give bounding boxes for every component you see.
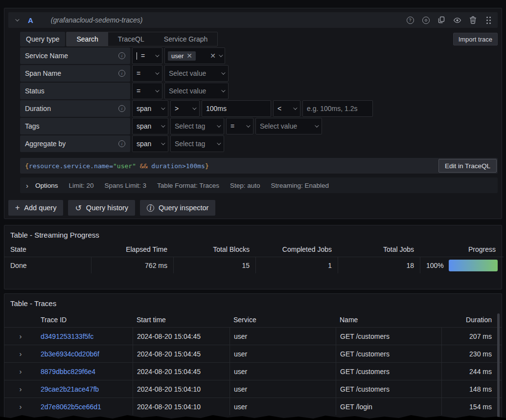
cell-name: GET /customers bbox=[336, 327, 441, 345]
info-icon[interactable]: i bbox=[118, 70, 125, 77]
column-header-start-time[interactable]: Start time bbox=[133, 312, 230, 327]
eye-icon[interactable] bbox=[453, 16, 461, 24]
span-name-operator-select[interactable]: = bbox=[132, 65, 162, 82]
table-row: › 8879dbbc829f6e4 2024-08-20 15:04:45 us… bbox=[4, 362, 502, 380]
info-icon[interactable]: i bbox=[118, 105, 125, 112]
query-header-actions: ? bbox=[406, 16, 493, 24]
tags-operator-select[interactable]: = bbox=[226, 118, 253, 134]
import-trace-button[interactable]: Import trace bbox=[453, 33, 498, 45]
cell-start-time: 2024-08-20 15:04:45 bbox=[133, 345, 230, 362]
column-header-state[interactable]: State bbox=[4, 242, 91, 257]
tags-label: Tags bbox=[20, 118, 130, 134]
query-history-button[interactable]: ↺ Query history bbox=[68, 200, 135, 216]
service-name-row: Service Name i = user ✕ ✕ bbox=[20, 47, 498, 64]
duration-max-operator-select[interactable]: < bbox=[273, 100, 300, 117]
table-row: › 2d7e8062b5ce66d1 2024-08-20 15:04:10 u… bbox=[4, 398, 502, 415]
table-scrollbar[interactable] bbox=[497, 313, 500, 420]
span-name-row: Span Name i = Select value bbox=[20, 65, 498, 82]
status-value-select[interactable]: Select value bbox=[164, 83, 229, 99]
help-icon[interactable]: ? bbox=[406, 16, 414, 24]
trace-id-link[interactable]: d3491253133f5fc bbox=[37, 327, 133, 345]
duration-max-input[interactable] bbox=[302, 100, 373, 117]
row-expander-icon[interactable]: › bbox=[4, 398, 37, 415]
column-header-completed-jobs[interactable]: Completed Jobs bbox=[255, 242, 338, 257]
table-row: › d3491253133f5fc 2024-08-20 15:04:45 us… bbox=[4, 327, 502, 345]
cell-start-time: 2024-08-20 15:04:45 bbox=[133, 327, 230, 345]
duration-scope-select[interactable]: span bbox=[132, 100, 168, 117]
cell-duration: 148 ms bbox=[441, 380, 502, 398]
option-spans-limit: Spans Limit: 3 bbox=[105, 182, 147, 189]
cell-total-jobs: 18 bbox=[338, 257, 420, 273]
cell-start-time: 2024-08-20 15:04:10 bbox=[133, 380, 230, 398]
selected-value-chip[interactable]: user ✕ bbox=[168, 51, 196, 61]
datasource-name: (grafanacloud-sedemo-traces) bbox=[51, 16, 143, 24]
chevron-down-icon bbox=[161, 123, 165, 127]
column-header-service[interactable]: Service bbox=[230, 312, 336, 327]
cell-service: user bbox=[230, 362, 336, 380]
copy-icon[interactable] bbox=[437, 16, 446, 24]
row-expander-icon[interactable]: › bbox=[4, 362, 37, 380]
cell-duration: 230 ms bbox=[441, 345, 502, 362]
row-expander-icon[interactable]: › bbox=[4, 380, 37, 398]
aggregate-scope-select[interactable]: span bbox=[132, 135, 168, 152]
span-name-label: Span Name i bbox=[20, 65, 130, 82]
service-name-label: Service Name i bbox=[20, 47, 130, 64]
service-name-value-select[interactable]: user ✕ ✕ bbox=[164, 47, 225, 64]
column-header-total-blocks[interactable]: Total Blocks bbox=[173, 242, 255, 257]
tab-search[interactable]: Search bbox=[67, 32, 108, 46]
tags-tag-select[interactable]: Select tag bbox=[170, 118, 224, 134]
trace-id-link[interactable]: 8879dbbc829f6e4 bbox=[37, 362, 133, 380]
streaming-progress-panel: Table - Streaming Progress State Elapsed… bbox=[4, 225, 502, 289]
query-editor-panel: A (grafanacloud-sedemo-traces) ? bbox=[4, 8, 502, 219]
column-header-total-jobs[interactable]: Total Jobs bbox=[338, 242, 420, 257]
tags-value-select[interactable]: Select value bbox=[255, 118, 322, 134]
tab-traceql[interactable]: TraceQL bbox=[108, 32, 154, 46]
options-toggle[interactable]: Options bbox=[35, 182, 58, 189]
column-header-name[interactable]: Name bbox=[336, 312, 441, 327]
duration-min-operator-select[interactable]: > bbox=[170, 100, 200, 117]
chevron-right-icon[interactable]: › bbox=[26, 181, 28, 190]
cell-service: user bbox=[230, 327, 336, 345]
row-expander-icon[interactable]: › bbox=[4, 345, 37, 362]
cell-name: GET /customers bbox=[336, 380, 441, 398]
remove-chip-icon[interactable]: ✕ bbox=[186, 52, 192, 59]
row-expander-icon[interactable]: › bbox=[4, 327, 37, 345]
chevron-down-icon bbox=[155, 88, 159, 92]
column-header-duration[interactable]: Duration bbox=[441, 312, 502, 327]
span-name-value-select[interactable]: Select value bbox=[164, 65, 229, 82]
query-type-row: Query type Search TraceQL Service Graph … bbox=[20, 32, 498, 46]
trace-id-link[interactable]: 29cae2b21ace47fb bbox=[37, 380, 133, 398]
chevron-down-icon bbox=[15, 17, 19, 21]
collapse-query-button[interactable] bbox=[13, 19, 20, 22]
query-editor-body: Query type Search TraceQL Service Graph … bbox=[20, 32, 498, 193]
tags-scope-select[interactable]: span bbox=[132, 118, 168, 134]
aggregate-tag-select[interactable]: Select tag bbox=[170, 135, 224, 152]
query-inspector-button[interactable]: i Query inspector bbox=[140, 200, 215, 216]
cell-progress: 100% bbox=[420, 257, 504, 273]
option-limit: Limit: 20 bbox=[69, 182, 94, 189]
edit-in-traceql-button[interactable]: Edit in TraceQL bbox=[438, 159, 497, 173]
tab-service-graph[interactable]: Service Graph bbox=[154, 32, 217, 46]
info-icon[interactable]: i bbox=[118, 52, 125, 59]
text-cursor bbox=[137, 52, 137, 60]
column-header-progress[interactable]: Progress bbox=[420, 242, 502, 257]
chevron-down-icon bbox=[155, 70, 159, 74]
add-query-button[interactable]: + Add query bbox=[8, 200, 63, 216]
cell-completed-jobs: 1 bbox=[255, 257, 338, 273]
service-name-operator-select[interactable]: = bbox=[132, 47, 162, 64]
status-operator-select[interactable]: = bbox=[132, 83, 162, 99]
duration-min-input[interactable] bbox=[202, 100, 271, 117]
column-header-trace-id[interactable]: Trace ID bbox=[37, 312, 133, 327]
column-header-elapsed-time[interactable]: Elapsed Time bbox=[91, 242, 173, 257]
trace-id-link[interactable]: 2b3e6934c0d20b6f bbox=[37, 345, 133, 362]
table-row: › 29cae2b21ace47fb 2024-08-20 15:04:10 u… bbox=[4, 380, 502, 398]
progress-percent: 100% bbox=[426, 262, 444, 269]
trace-id-link[interactable]: 2d7e8062b5ce66d1 bbox=[37, 398, 133, 415]
clear-selection-icon[interactable]: ✕ bbox=[210, 52, 216, 59]
record-circle-icon[interactable] bbox=[421, 16, 430, 24]
cell-service: user bbox=[230, 345, 336, 362]
info-icon[interactable]: i bbox=[118, 140, 125, 147]
trash-icon[interactable] bbox=[468, 16, 477, 24]
chevron-down-icon bbox=[155, 53, 159, 57]
drag-handle-icon[interactable] bbox=[484, 16, 493, 24]
